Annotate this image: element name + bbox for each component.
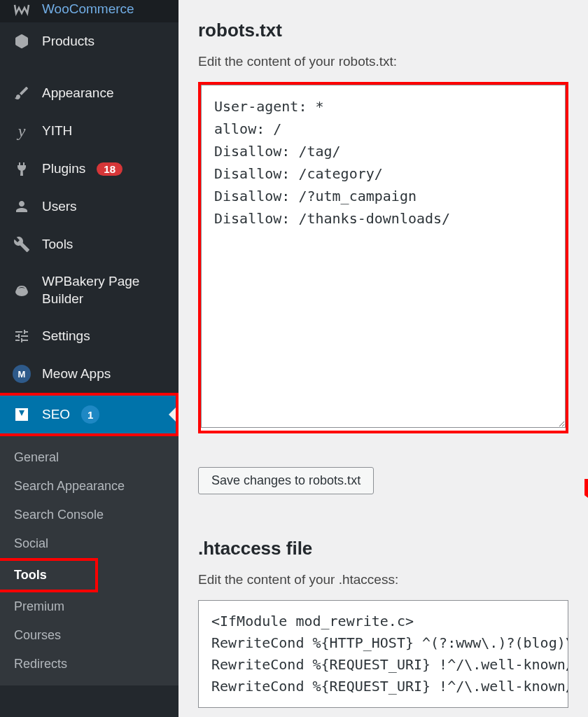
seo-submenu: General Search Appearance Search Console… xyxy=(0,436,178,685)
submenu-item-redirects[interactable]: Redirects xyxy=(0,650,178,678)
user-icon xyxy=(13,197,31,216)
robots-textarea[interactable] xyxy=(201,85,566,428)
main-content: robots.txt Edit the content of your robo… xyxy=(178,0,588,717)
sidebar-item-label: Tools xyxy=(42,237,73,252)
sidebar-item-label: Plugins xyxy=(42,161,85,176)
highlight-robots-textarea xyxy=(198,82,568,433)
submenu-item-courses[interactable]: Courses xyxy=(0,621,178,650)
sidebar-item-label: Settings xyxy=(42,328,90,344)
sidebar-item-label: Appearance xyxy=(42,85,113,101)
sidebar-item-settings[interactable]: Settings xyxy=(0,317,178,355)
sidebar-item-tools[interactable]: Tools xyxy=(0,225,178,263)
sidebar-item-plugins[interactable]: Plugins 18 xyxy=(0,150,178,188)
sidebar-item-label: WooCommerce xyxy=(42,1,134,17)
submenu-item-search-appearance[interactable]: Search Appearance xyxy=(0,472,178,501)
sidebar-item-woocommerce[interactable]: WooCommerce xyxy=(0,0,178,22)
wpbakery-icon xyxy=(13,281,31,300)
yith-icon: y xyxy=(13,122,31,140)
submenu-item-search-console[interactable]: Search Console xyxy=(0,501,178,529)
htaccess-subtitle: Edit the content of your .htaccess: xyxy=(198,572,568,587)
sidebar-item-wpbakery[interactable]: WPBakery Page Builder xyxy=(0,263,178,317)
sidebar-item-label: Meow Apps xyxy=(42,366,111,382)
notification-badge: 1 xyxy=(81,405,99,424)
plug-icon xyxy=(13,160,31,178)
robots-subtitle: Edit the content of your robots.txt: xyxy=(198,54,568,69)
sidebar-item-label: Products xyxy=(42,34,94,49)
sidebar-item-users[interactable]: Users xyxy=(0,188,178,225)
sidebar-item-label: SEO xyxy=(42,407,70,422)
admin-sidebar: WooCommerce Products Appearance y YITH P… xyxy=(0,0,178,717)
sidebar-item-appearance[interactable]: Appearance xyxy=(0,74,178,112)
htaccess-textarea[interactable]: <IfModule mod_rewrite.c> RewriteCond %{H… xyxy=(198,600,568,708)
woocommerce-icon xyxy=(13,0,31,18)
sidebar-item-seo[interactable]: SEO 1 xyxy=(0,396,176,433)
submenu-item-tools[interactable]: Tools xyxy=(0,558,98,592)
sliders-icon xyxy=(13,327,31,345)
products-icon xyxy=(13,32,31,50)
sidebar-item-products[interactable]: Products xyxy=(0,22,178,60)
sidebar-item-label: WPBakery Page Builder xyxy=(42,273,166,307)
sidebar-item-yith[interactable]: y YITH xyxy=(0,112,178,150)
arrow-annotation-icon xyxy=(584,479,588,514)
submenu-item-social[interactable]: Social xyxy=(0,529,178,558)
submenu-item-premium[interactable]: Premium xyxy=(0,592,178,621)
htaccess-title: .htaccess file xyxy=(198,538,568,559)
update-badge: 18 xyxy=(97,162,122,176)
save-robots-button[interactable]: Save changes to robots.txt xyxy=(198,467,374,494)
sidebar-item-meowapps[interactable]: M Meow Apps xyxy=(0,355,178,393)
wrench-icon xyxy=(13,235,31,253)
yoast-icon xyxy=(13,405,31,424)
brush-icon xyxy=(13,84,31,102)
meow-icon: M xyxy=(13,365,31,383)
robots-title: robots.txt xyxy=(198,20,568,41)
sidebar-item-label: Users xyxy=(42,199,77,214)
highlight-seo: SEO 1 xyxy=(0,393,178,436)
submenu-item-general[interactable]: General xyxy=(0,443,178,472)
sidebar-item-label: YITH xyxy=(42,123,72,139)
